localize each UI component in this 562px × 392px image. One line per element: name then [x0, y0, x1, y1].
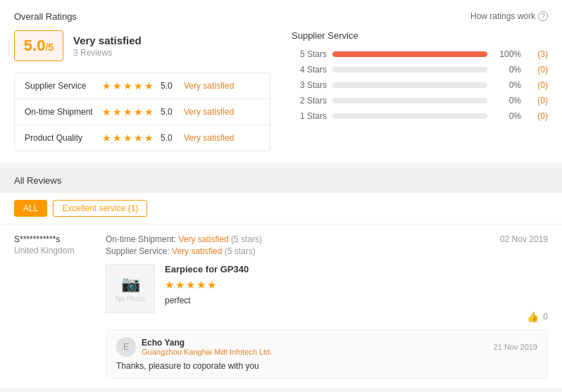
rating-row: Product Quality ★ ★ ★ ★ ★ 5.0 Very satis…	[15, 125, 270, 151]
reviewer-info: S***********s United Kingdom	[14, 234, 92, 258]
all-reviews-title: All Reviews	[14, 175, 61, 186]
rating-label-2: Product Quality	[25, 133, 102, 143]
stars-2: ★ ★ ★ ★ ★	[102, 132, 154, 144]
satisfied-label: Very satisfied	[73, 34, 142, 46]
ratings-content: 5.0/5 Very satisfied 3 Reviews Supplier …	[14, 30, 548, 151]
stars-0: ★ ★ ★ ★ ★	[102, 80, 154, 91]
ratings-left: 5.0/5 Very satisfied 3 Reviews Supplier …	[14, 30, 270, 151]
rating-score-1: 5.0	[161, 107, 178, 117]
bar-row: 4 Stars 0% (0)	[292, 65, 548, 75]
rating-row: On-time Shipment ★ ★ ★ ★ ★ 5.0 Very sati…	[15, 99, 270, 125]
reply-identity: Echo Yang Guangzhou Kanghai Mdt Infotech…	[142, 338, 272, 356]
rating-label-0: Supplier Service	[25, 81, 102, 91]
star: ★	[134, 132, 143, 144]
star: ★	[144, 80, 154, 91]
star: ★	[102, 132, 111, 144]
review-stars: ★ ★ ★ ★ ★	[165, 279, 548, 291]
star: ★	[144, 106, 154, 118]
review-text-block: Earpiece for GP340 ★ ★ ★ ★ ★ perfect 👍 0	[165, 264, 548, 322]
ratings-right: Supplier Service 5 Stars 100% (3) 4 Star…	[292, 30, 548, 151]
bar-track-4	[332, 113, 487, 119]
shipment-value: Very satisfied	[178, 234, 231, 244]
bar-fill-0	[332, 51, 487, 57]
star: ★	[113, 80, 122, 91]
how-ratings-link[interactable]: How ratings work ?	[470, 11, 548, 21]
reviews-count: 3 Reviews	[73, 48, 142, 58]
star: ★	[102, 80, 111, 91]
like-count: 0	[543, 312, 548, 322]
bar-label-4: 1 Stars	[292, 111, 327, 121]
overall-title: Overall Ratings	[14, 11, 548, 22]
rating-score-2: 5.0	[161, 133, 178, 143]
rating-text-0: Very satisfied	[184, 81, 234, 91]
review-star: ★	[165, 279, 174, 291]
review-star: ★	[175, 279, 185, 291]
review-star: ★	[207, 279, 216, 291]
shipment-stars: (5 stars)	[231, 234, 262, 244]
ratings-section: Overall Ratings How ratings work ? 5.0/5…	[0, 0, 562, 163]
bar-label-3: 2 Stars	[292, 96, 327, 106]
bar-pct-0: 100%	[493, 49, 521, 59]
bar-label-2: 3 Stars	[292, 80, 327, 90]
shipment-label: On-time Shipment:	[106, 234, 176, 244]
bar-track-3	[332, 98, 487, 103]
supplier-stars: (5 stars)	[225, 246, 256, 256]
star: ★	[113, 132, 122, 144]
bar-pct-2: 0%	[493, 80, 521, 90]
star: ★	[144, 132, 154, 144]
bar-track-0	[332, 51, 487, 57]
stars-1: ★ ★ ★ ★ ★	[102, 106, 154, 118]
question-icon: ?	[538, 11, 548, 21]
thumbs-up-icon[interactable]: 👍	[527, 311, 539, 322]
supplier-label: Supplier Service:	[106, 246, 170, 256]
review-date: 02 Nov 2019	[500, 234, 548, 258]
rating-text-1: Very satisfied	[184, 107, 234, 117]
review-body: 📷 No Photo Earpiece for GP340 ★ ★ ★ ★ ★ …	[106, 264, 548, 322]
bar-row: 1 Stars 0% (0)	[292, 111, 548, 121]
score-badge: 5.0/5	[14, 30, 63, 61]
image-placeholder-icon: 📷	[121, 275, 140, 293]
score-info: Very satisfied 3 Reviews	[73, 34, 142, 58]
star: ★	[123, 80, 132, 91]
rating-row: Supplier Service ★ ★ ★ ★ ★ 5.0 Very sati…	[15, 73, 270, 99]
shipment-meta: On-time Shipment: Very satisfied (5 star…	[106, 234, 486, 244]
how-ratings-label: How ratings work	[470, 11, 535, 21]
star: ★	[134, 106, 143, 118]
bar-rows: 5 Stars 100% (3) 4 Stars 0% (0) 3 Stars …	[292, 49, 548, 121]
reply-header: E Echo Yang Guangzhou Kanghai Mdt Infote…	[116, 337, 537, 357]
star: ★	[113, 106, 122, 118]
review-star: ★	[196, 279, 206, 291]
reply-date: 21 Nov 2019	[494, 343, 537, 351]
bar-count-4: (0)	[527, 111, 548, 121]
star: ★	[123, 106, 132, 118]
reviewer-header: S***********s United Kingdom On-time Shi…	[14, 234, 548, 258]
reviewer-meta: On-time Shipment: Very satisfied (5 star…	[106, 234, 486, 258]
bar-pct-3: 0%	[493, 96, 521, 106]
reply-avatar: E	[116, 337, 136, 357]
bar-count-1: (0)	[527, 65, 548, 75]
avatar-initial: E	[123, 342, 129, 352]
reviewer-name: S***********s	[14, 234, 92, 244]
like-section: 👍 0	[165, 311, 548, 322]
overall-score-block: 5.0/5 Very satisfied 3 Reviews	[14, 30, 270, 61]
bar-count-0: (3)	[527, 49, 548, 59]
star: ★	[134, 80, 143, 91]
bar-pct-4: 0%	[493, 111, 521, 121]
reply-text: Thanks, pleasure to coporate with you	[116, 361, 537, 371]
rating-label-1: On-time Shipment	[25, 107, 102, 117]
bar-count-3: (0)	[527, 96, 548, 106]
bar-row: 5 Stars 100% (3)	[292, 49, 548, 59]
supplier-meta: Supplier Service: Very satisfied (5 star…	[106, 246, 486, 256]
filter-all-button[interactable]: ALL	[14, 200, 47, 217]
supplier-service-title: Supplier Service	[292, 30, 548, 41]
page-container: Overall Ratings How ratings work ? 5.0/5…	[0, 0, 562, 388]
bar-pct-1: 0%	[493, 65, 521, 75]
bar-row: 3 Stars 0% (0)	[292, 80, 548, 90]
review-comment: perfect	[165, 296, 548, 305]
seller-reply: E Echo Yang Guangzhou Kanghai Mdt Infote…	[106, 329, 548, 379]
reviewer-country: United Kingdom	[14, 246, 92, 255]
product-name: Earpiece for GP340	[165, 264, 548, 274]
supplier-value: Very satisfied	[172, 246, 225, 256]
filter-excellent-button[interactable]: Excellent service (1)	[53, 200, 147, 217]
bar-row: 2 Stars 0% (0)	[292, 96, 548, 106]
